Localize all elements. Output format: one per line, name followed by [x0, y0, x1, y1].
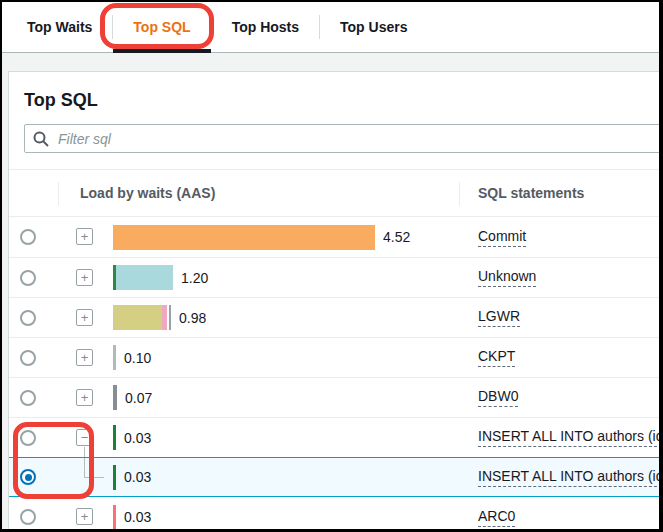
- sql-statement-link[interactable]: ARC0: [478, 508, 515, 527]
- column-divider: [459, 182, 460, 206]
- radio-button[interactable]: [20, 350, 36, 366]
- load-bar: 0.03: [113, 458, 151, 496]
- radio-button[interactable]: [20, 509, 36, 525]
- tab-label: Top Users: [340, 19, 407, 35]
- sql-statement-cell: Commit: [478, 217, 659, 257]
- collapse-row-button-minus-icon[interactable]: −: [76, 429, 93, 446]
- sql-statement-cell: LGWR: [478, 298, 659, 337]
- load-bar: 0.98: [113, 298, 206, 337]
- load-bar-segment: [113, 505, 116, 530]
- load-bar-segment: [113, 465, 116, 490]
- table-row[interactable]: +0.07DBW0: [9, 377, 659, 417]
- tab-label: Top Waits: [27, 19, 92, 35]
- tab-top-sql[interactable]: Top SQL: [113, 2, 210, 52]
- table-row[interactable]: +0.03ARC0: [9, 497, 659, 532]
- sql-statement-link[interactable]: Commit: [478, 228, 526, 247]
- aas-value: 0.07: [125, 390, 152, 406]
- load-bar-segment: [113, 425, 116, 450]
- sql-statement-cell: ARC0: [478, 497, 659, 532]
- expand-row-button-plus-icon[interactable]: +: [76, 309, 93, 326]
- panel-title: Top SQL: [24, 90, 659, 111]
- table-row[interactable]: −0.03INSERT ALL INTO authors (id,: [9, 417, 659, 457]
- radio-button[interactable]: [20, 229, 36, 245]
- sql-statement-cell: INSERT ALL INTO authors (id,: [478, 418, 659, 457]
- load-bar-segment: [113, 345, 116, 370]
- tab-label: Top SQL: [133, 19, 190, 35]
- sql-statement-cell: Unknown: [478, 258, 659, 297]
- tab-top-waits[interactable]: Top Waits: [7, 2, 112, 52]
- aas-value: 0.10: [124, 350, 151, 366]
- expand-row-button-plus-icon[interactable]: +: [76, 228, 93, 245]
- table-row[interactable]: +1.20Unknown: [9, 257, 659, 297]
- search-icon: [33, 131, 49, 147]
- load-bar-segment: [113, 385, 117, 410]
- table-row[interactable]: 0.03INSERT ALL INTO authors (id,: [9, 457, 659, 497]
- sql-statement-link[interactable]: INSERT ALL INTO authors (id,: [478, 468, 659, 487]
- tab-top-hosts[interactable]: Top Hosts: [212, 2, 319, 52]
- load-bar: 4.52: [113, 217, 410, 257]
- aas-value: 4.52: [383, 229, 410, 245]
- expand-row-button-plus-icon[interactable]: +: [76, 389, 93, 406]
- tree-connector-elbow: [84, 458, 104, 478]
- radio-button-checked[interactable]: [20, 469, 36, 485]
- radio-button[interactable]: [20, 430, 36, 446]
- load-bar-segment: [116, 265, 173, 290]
- top-sql-panel: Top SQL Load by waits (AAS) SQL statemen…: [8, 71, 659, 529]
- radio-button[interactable]: [20, 310, 36, 326]
- tab-bar: Top WaitsTop SQLTop HostsTop Users: [2, 2, 659, 53]
- sql-statement-cell: CKPT: [478, 338, 659, 377]
- sql-statement-cell: INSERT ALL INTO authors (id,: [478, 458, 659, 496]
- sql-statement-link[interactable]: INSERT ALL INTO authors (id,: [478, 428, 659, 447]
- sql-statement-link[interactable]: LGWR: [478, 308, 520, 327]
- load-bar: 0.10: [113, 338, 151, 377]
- table-row[interactable]: +0.98LGWR: [9, 297, 659, 337]
- sql-statement-link[interactable]: CKPT: [478, 348, 515, 367]
- column-divider: [58, 182, 59, 206]
- load-bar: 0.03: [113, 497, 151, 532]
- sql-statement-link[interactable]: DBW0: [478, 388, 518, 407]
- filter-input[interactable]: [56, 130, 655, 148]
- filter-box[interactable]: [24, 124, 663, 153]
- expand-row-button-plus-icon[interactable]: +: [76, 349, 93, 366]
- aas-value: 0.03: [124, 430, 151, 446]
- table-row[interactable]: +0.10CKPT: [9, 337, 659, 377]
- table-row[interactable]: +4.52Commit: [9, 217, 659, 257]
- performance-insights-screen: Top WaitsTop SQLTop HostsTop Users Top S…: [0, 0, 663, 532]
- load-bar: 0.07: [113, 378, 152, 417]
- tree-connector-line: [84, 447, 85, 457]
- aas-value: 0.03: [124, 509, 151, 525]
- load-bar-segment: [113, 225, 375, 250]
- load-bar: 0.03: [113, 418, 151, 457]
- radio-button[interactable]: [20, 390, 36, 406]
- sql-statement-link[interactable]: Unknown: [478, 268, 536, 287]
- table-body: +4.52Commit+1.20Unknown+0.98LGWR+0.10CKP…: [9, 217, 659, 532]
- column-header-load-by-waits[interactable]: Load by waits (AAS): [80, 185, 215, 201]
- load-bar: 1.20: [113, 258, 208, 297]
- table-header: Load by waits (AAS) SQL statements: [9, 169, 659, 217]
- radio-button[interactable]: [20, 270, 36, 286]
- aas-value: 1.20: [181, 270, 208, 286]
- load-bar-segment: [169, 305, 171, 330]
- expand-row-button-plus-icon[interactable]: +: [76, 508, 93, 525]
- expand-row-button-plus-icon[interactable]: +: [76, 269, 93, 286]
- aas-value: 0.03: [124, 469, 151, 485]
- tab-label: Top Hosts: [232, 19, 299, 35]
- column-header-sql-statements[interactable]: SQL statements: [478, 185, 584, 201]
- sql-statement-cell: DBW0: [478, 378, 659, 417]
- load-bar-segment: [113, 305, 162, 330]
- aas-value: 0.98: [179, 310, 206, 326]
- tab-top-users[interactable]: Top Users: [320, 2, 427, 52]
